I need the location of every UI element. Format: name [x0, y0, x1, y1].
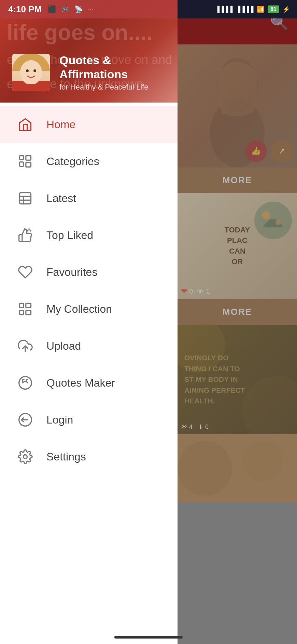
quotes-maker-icon [16, 374, 34, 392]
nav-item-login[interactable]: Login [0, 401, 178, 438]
top-liked-icon [16, 226, 34, 244]
nav-label-upload: Upload [46, 340, 81, 352]
nav-label-settings: Settings [46, 451, 86, 463]
settings-icon [16, 448, 34, 466]
avatar [12, 54, 50, 91]
drawer-nav: Home Categories [0, 103, 178, 644]
svg-point-17 [19, 377, 32, 389]
svg-point-2 [26, 69, 29, 72]
categories-icon [16, 152, 34, 170]
login-icon [16, 411, 34, 429]
svg-rect-15 [26, 310, 31, 315]
svg-rect-7 [20, 193, 31, 204]
messaging-icon: ⬛ [48, 5, 56, 13]
nav-label-quotes-maker: Quotes Maker [46, 377, 115, 389]
app-title: Quotes & Affirmations [59, 53, 165, 81]
svg-point-1 [20, 60, 42, 85]
svg-rect-5 [26, 156, 31, 160]
nav-label-my-collection: My Collection [46, 303, 112, 316]
svg-line-13 [27, 230, 28, 231]
nav-item-settings[interactable]: Settings [0, 438, 178, 475]
signal-icon-2: ▐▐▐▐ [236, 6, 253, 13]
status-bar: 4:10 PM ⬛ 🎮 📡 ··· ▐▐▐▐ ▐▐▐▐ 📶 81 ⚡ [0, 0, 297, 18]
status-bar-left: 4:10 PM ⬛ 🎮 📡 ··· [0, 0, 178, 18]
nav-label-login: Login [46, 414, 73, 426]
right-overlay [178, 0, 297, 644]
svg-point-21 [24, 455, 27, 459]
nav-label-home: Home [46, 118, 75, 131]
bolt-icon: ⚡ [283, 5, 290, 13]
upload-icon [16, 337, 34, 355]
battery-badge: 81 [268, 5, 279, 13]
nav-label-favourites: Favourites [46, 266, 97, 279]
nav-item-my-collection[interactable]: My Collection [0, 291, 178, 327]
app-subtitle: for Healthy & Peaceful Life [59, 83, 165, 92]
drawer-app-info: Quotes & Affirmations for Healthy & Peac… [59, 53, 165, 92]
nav-item-top-liked[interactable]: Top Liked [0, 217, 178, 254]
status-icons: ⬛ 🎮 📡 ··· [48, 5, 94, 13]
status-time: 4:10 PM [8, 4, 42, 15]
home-icon [16, 116, 34, 133]
favourites-icon [16, 263, 34, 281]
more-icon: ··· [88, 5, 94, 13]
right-content-area: 🔍 👍 ↗ MORE TODAYPLACCANOR ❤ 0 [178, 0, 297, 644]
nav-label-categories: Categories [46, 155, 99, 168]
svg-rect-4 [19, 84, 43, 91]
gamepad-icon: 🎮 [61, 5, 70, 13]
nav-item-latest[interactable]: Latest [0, 180, 178, 217]
nav-item-home[interactable]: Home [0, 106, 178, 143]
wifi-icon: 📶 [257, 5, 264, 13]
nav-label-top-liked: Top Liked [46, 229, 93, 242]
radio-icon: 📡 [74, 5, 83, 13]
my-collection-icon [16, 300, 34, 318]
status-bar-right: ▐▐▐▐ ▐▐▐▐ 📶 81 ⚡ [178, 0, 297, 18]
svg-point-3 [33, 69, 36, 72]
svg-rect-14 [26, 304, 31, 308]
home-indicator [114, 636, 183, 639]
svg-line-12 [30, 230, 31, 231]
svg-rect-6 [26, 163, 31, 167]
signal-icon-1: ▐▐▐▐ [215, 6, 232, 13]
nav-item-categories[interactable]: Categories [0, 143, 178, 180]
drawer-profile: Quotes & Affirmations for Healthy & Peac… [12, 53, 165, 92]
nav-label-latest: Latest [46, 192, 76, 205]
nav-item-favourites[interactable]: Favourites [0, 254, 178, 291]
side-drawer: life goes on.... er you choose to move o… [0, 0, 178, 644]
nav-item-quotes-maker[interactable]: Quotes Maker [0, 364, 178, 401]
nav-item-upload[interactable]: Upload [0, 327, 178, 364]
latest-icon [16, 189, 34, 207]
